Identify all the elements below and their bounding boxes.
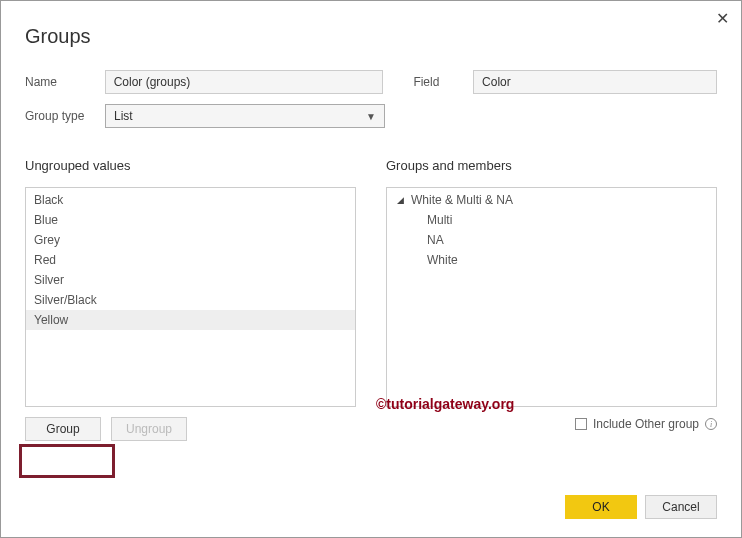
annotation-highlight <box>19 444 115 478</box>
include-other-label: Include Other group <box>593 417 699 431</box>
list-item[interactable]: Silver <box>26 270 355 290</box>
list-item[interactable]: Blue <box>26 210 355 230</box>
info-icon[interactable]: i <box>705 418 717 430</box>
grouptype-value: List <box>114 109 133 123</box>
group-member[interactable]: NA <box>387 230 716 250</box>
grouptype-label: Group type <box>25 109 105 123</box>
group-member[interactable]: White <box>387 250 716 270</box>
ok-button[interactable]: OK <box>565 495 637 519</box>
group-node[interactable]: ◢White & Multi & NA <box>387 190 716 210</box>
list-item[interactable]: Silver/Black <box>26 290 355 310</box>
include-other-row: Include Other group i <box>386 417 717 431</box>
groups-listbox[interactable]: ◢White & Multi & NAMultiNAWhite <box>386 187 717 407</box>
list-item[interactable]: Yellow <box>26 310 355 330</box>
group-btn-row: Group Ungroup <box>25 417 356 441</box>
grouptype-select[interactable]: List ▼ <box>105 104 385 128</box>
list-item[interactable]: Grey <box>26 230 355 250</box>
ungroup-button: Ungroup <box>111 417 187 441</box>
include-other-checkbox[interactable] <box>575 418 587 430</box>
groups-dialog: ✕ Groups Name Color (groups) Field Color… <box>0 0 742 538</box>
dialog-title: Groups <box>25 25 717 48</box>
group-member[interactable]: Multi <box>387 210 716 230</box>
close-icon[interactable]: ✕ <box>716 9 729 28</box>
expand-collapse-icon[interactable]: ◢ <box>397 195 405 205</box>
ungrouped-column: Ungrouped values BlackBlueGreyRedSilverS… <box>25 158 356 441</box>
list-item[interactable]: Red <box>26 250 355 270</box>
columns-wrap: Ungrouped values BlackBlueGreyRedSilverS… <box>25 158 717 441</box>
name-input-value: Color (groups) <box>114 75 191 89</box>
chevron-down-icon: ▼ <box>366 111 376 122</box>
field-label: Field <box>413 75 473 89</box>
ungrouped-listbox[interactable]: BlackBlueGreyRedSilverSilver/BlackYellow <box>25 187 356 407</box>
name-input[interactable]: Color (groups) <box>105 70 384 94</box>
list-item[interactable]: Black <box>26 190 355 210</box>
cancel-button[interactable]: Cancel <box>645 495 717 519</box>
name-row: Name Color (groups) Field Color <box>25 70 717 94</box>
ungrouped-header: Ungrouped values <box>25 158 356 173</box>
footer-buttons: OK Cancel <box>565 495 717 519</box>
name-label: Name <box>25 75 105 89</box>
groups-header: Groups and members <box>386 158 717 173</box>
field-input[interactable]: Color <box>473 70 717 94</box>
watermark-text: ©tutorialgateway.org <box>376 396 514 412</box>
grouptype-row: Group type List ▼ <box>25 104 717 128</box>
field-input-value: Color <box>482 75 511 89</box>
group-name-label: White & Multi & NA <box>411 193 513 207</box>
group-button[interactable]: Group <box>25 417 101 441</box>
